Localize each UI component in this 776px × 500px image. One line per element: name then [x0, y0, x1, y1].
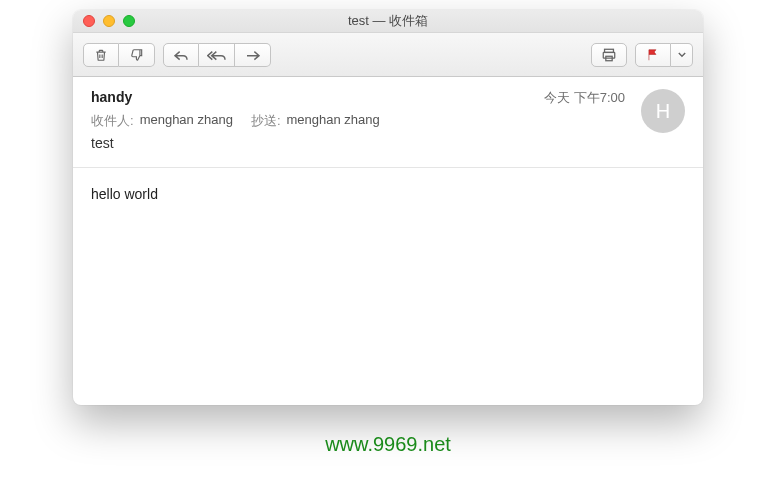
forward-icon — [245, 49, 261, 61]
message-date: 今天 下午7:00 — [544, 89, 625, 107]
forward-button[interactable] — [235, 43, 271, 67]
reply-group — [163, 43, 271, 67]
reply-button[interactable] — [163, 43, 199, 67]
reply-all-icon — [207, 49, 227, 61]
to-value[interactable]: menghan zhang — [140, 112, 233, 130]
message-subject: test — [91, 135, 685, 151]
junk-button[interactable] — [119, 43, 155, 67]
avatar-initial: H — [656, 100, 670, 123]
trash-icon — [94, 48, 108, 62]
window-title: test — 收件箱 — [73, 12, 703, 30]
toolbar — [73, 33, 703, 77]
reply-all-button[interactable] — [199, 43, 235, 67]
svg-rect-1 — [603, 52, 614, 58]
recipients-row: 收件人: menghan zhang 抄送: menghan zhang — [91, 112, 685, 130]
window-titlebar: test — 收件箱 — [73, 10, 703, 33]
flag-button[interactable] — [635, 43, 671, 67]
message-content: handy 今天 下午7:00 H 收件人: menghan zhang 抄送:… — [73, 77, 703, 405]
zoom-window-button[interactable] — [123, 15, 135, 27]
print-button[interactable] — [591, 43, 627, 67]
delete-group — [83, 43, 155, 67]
minimize-window-button[interactable] — [103, 15, 115, 27]
sender-avatar[interactable]: H — [641, 89, 685, 133]
print-icon — [601, 48, 617, 62]
trash-button[interactable] — [83, 43, 119, 67]
watermark-text: www.9969.net — [325, 433, 451, 456]
flag-group — [635, 43, 693, 67]
to-label: 收件人: — [91, 112, 134, 130]
traffic-lights — [83, 15, 135, 27]
cc-label: 抄送: — [251, 112, 281, 130]
thumbs-down-icon — [130, 48, 144, 62]
flag-icon — [646, 48, 660, 62]
chevron-down-icon — [678, 52, 686, 58]
cc-value[interactable]: menghan zhang — [287, 112, 380, 130]
sender-name[interactable]: handy — [91, 89, 132, 105]
close-window-button[interactable] — [83, 15, 95, 27]
message-body: hello world — [73, 168, 703, 220]
mail-window: test — 收件箱 — [73, 10, 703, 405]
message-header: handy 今天 下午7:00 H 收件人: menghan zhang 抄送:… — [73, 77, 703, 168]
reply-icon — [173, 49, 189, 61]
flag-menu-button[interactable] — [671, 43, 693, 67]
